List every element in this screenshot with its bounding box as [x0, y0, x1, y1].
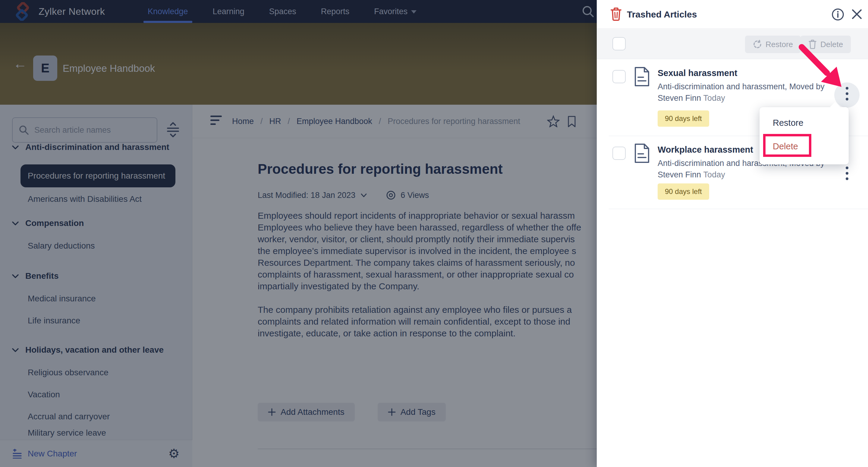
delete-button-disabled[interactable]: Delete: [801, 36, 851, 53]
item-title: Workplace harassment: [658, 145, 753, 155]
panel-toolbar: Restore Delete: [597, 29, 868, 59]
item-context-menu: Restore Delete: [760, 107, 849, 165]
item-title: Sexual harassment: [658, 68, 737, 78]
item-meta-line2: Steven Finn Today: [658, 169, 725, 180]
days-left-badge: 90 days left: [658, 183, 709, 200]
document-icon: [633, 66, 650, 87]
trashed-articles-panel: Trashed Articles Restore Delete: [597, 0, 868, 467]
info-icon[interactable]: [831, 8, 844, 21]
menu-item-delete[interactable]: Delete: [773, 142, 798, 151]
trash-icon: [808, 39, 817, 49]
item-meta-line1: Anti-discrimination and harassment, Move…: [658, 81, 825, 92]
menu-item-restore[interactable]: Restore: [773, 118, 804, 128]
restore-button-disabled[interactable]: Restore: [745, 36, 801, 53]
panel-title: Trashed Articles: [627, 0, 697, 29]
item-meta-line2: Steven Finn Today: [658, 92, 725, 104]
kebab-menu-icon[interactable]: [846, 87, 848, 100]
restore-icon: [753, 40, 762, 49]
document-icon: [633, 143, 650, 164]
close-icon[interactable]: [851, 8, 863, 20]
item-checkbox[interactable]: [613, 147, 626, 160]
select-all-checkbox[interactable]: [613, 37, 626, 50]
kebab-menu-icon[interactable]: [846, 167, 848, 180]
trash-icon: [610, 7, 622, 21]
panel-header: Trashed Articles: [597, 0, 868, 29]
app-root: Zylker Network Knowledge Learning Spaces…: [0, 0, 868, 467]
days-left-badge: 90 days left: [658, 110, 709, 127]
divider: [609, 209, 868, 209]
item-checkbox[interactable]: [613, 70, 626, 83]
